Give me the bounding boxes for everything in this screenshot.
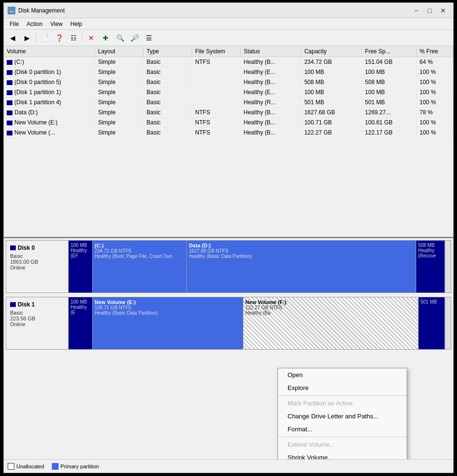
legend-bar: Unallocated Primary partition [4, 459, 453, 473]
window-controls: − □ ✕ [410, 5, 449, 16]
col-status[interactable]: Status [241, 46, 301, 57]
ctx-explore[interactable]: Explore [278, 381, 407, 394]
table-row[interactable]: (Disk 0 partition 5) Simple Basic Health… [4, 77, 453, 87]
menu-view[interactable]: View [47, 20, 67, 28]
disk-0-part-recov[interactable]: 508 MB Healthy (Recove [416, 241, 445, 293]
col-capacity[interactable]: Capacity [301, 46, 361, 57]
table-row[interactable]: (Disk 0 partition 1) Simple Basic Health… [4, 67, 453, 77]
table-row[interactable]: New Volume (... Simple Basic NTFS Health… [4, 128, 453, 138]
volume-table: Volume Layout Type File System Status Ca… [4, 46, 453, 138]
table-row[interactable]: (Disk 1 partition 1) Simple Basic Health… [4, 87, 453, 98]
disk-1-status: Online [10, 321, 64, 327]
ctx-shrink[interactable]: Shrink Volume... [278, 451, 407, 459]
disk-1-row: Disk 1 Basic 223.56 GB Online 100 MB Hea… [6, 297, 451, 350]
disk-0-part-1[interactable]: 100 MB Healthy (EF [69, 241, 93, 293]
legend-primary-label: Primary partition [60, 464, 99, 469]
menu-action[interactable]: Action [23, 20, 46, 28]
ctx-sep-2 [278, 437, 407, 437]
scroll-bar-2[interactable] [445, 297, 451, 349]
title-bar: Disk Management − □ ✕ [4, 3, 453, 18]
toolbar-separator-1 [36, 33, 36, 43]
disk-0-type: Basic [10, 253, 64, 259]
delete-button[interactable]: ✕ [84, 32, 98, 44]
forward-button[interactable]: ▶ [20, 32, 34, 44]
menu-help[interactable]: Help [67, 20, 86, 28]
disk-1-size: 223.56 GB [10, 316, 64, 321]
disk-1-part-4[interactable]: 501 MB [419, 297, 445, 349]
legend-primary-icon [52, 463, 59, 470]
properties-button[interactable]: 🔍 [113, 32, 127, 44]
toolbar-separator-2 [82, 33, 83, 43]
disk-0-part-c[interactable]: (C:) 234.72 GB NTFS Healthy (Boot, Page … [93, 241, 187, 293]
disk-1-type: Basic [10, 310, 64, 316]
toolbar: ◀ ▶ 📄 ❓ ☷ ✕ ✚ 🔍 🔎 ☰ [4, 30, 453, 46]
help-button[interactable]: ❓ [52, 32, 66, 44]
content-area: Volume Layout Type File System Status Ca… [4, 46, 453, 473]
col-filesystem[interactable]: File System [192, 46, 241, 57]
disk-1-name: Disk 1 [18, 301, 35, 308]
disk-0-row: Disk 0 Basic 1863.00 GB Online 100 MB He… [6, 240, 451, 293]
window-title: Disk Management [18, 7, 410, 14]
legend-primary: Primary partition [52, 463, 99, 470]
up-button[interactable]: 📄 [38, 32, 51, 44]
search-button[interactable]: 🔎 [128, 32, 141, 44]
expand-button[interactable]: ☰ [142, 32, 156, 44]
app-icon [8, 7, 15, 14]
disk-1-partitions: 100 MB Healthy (E New Volume (E:) 100.71… [69, 297, 451, 349]
disk-0-info: Disk 0 Basic 1863.00 GB Online [6, 241, 69, 293]
disk-0-name: Disk 0 [18, 244, 35, 251]
table-row[interactable]: New Volume (E:) Simple Basic NTFS Health… [4, 118, 453, 128]
table-row[interactable]: (Disk 1 partition 4) Simple Basic Health… [4, 98, 453, 108]
col-free[interactable]: Free Sp... [362, 46, 417, 57]
minimize-button[interactable]: − [410, 5, 422, 16]
menu-file[interactable]: File [6, 20, 23, 28]
ctx-open[interactable]: Open [278, 368, 407, 381]
disk-0-partitions: 100 MB Healthy (EF (C:) 234.72 GB NTFS H… [69, 241, 451, 293]
disk-1-part-e[interactable]: New Volume (E:) 100.71 GB NTFS Healthy (… [93, 297, 243, 349]
ctx-change-drive[interactable]: Change Drive Letter and Paths... [278, 410, 407, 423]
disk-1-part-1[interactable]: 100 MB Healthy (E [69, 297, 93, 349]
volume-table-section[interactable]: Volume Layout Type File System Status Ca… [4, 46, 453, 238]
add-button[interactable]: ✚ [99, 32, 112, 44]
svg-rect-2 [9, 11, 14, 12]
back-button[interactable]: ◀ [6, 32, 19, 44]
menu-bar: File Action View Help [4, 18, 453, 30]
legend-unalloc-icon [8, 463, 14, 470]
ctx-mark-active: Mark Partition as Active [278, 397, 407, 410]
main-window: Disk Management − □ ✕ File Action View H… [3, 2, 454, 473]
disk-1-info: Disk 1 Basic 223.56 GB Online [6, 297, 69, 349]
col-pct[interactable]: % Free [417, 46, 453, 57]
ctx-sep-1 [278, 395, 407, 396]
ctx-extend: Extend Volume... [278, 438, 407, 451]
legend-unallocated: Unallocated [8, 463, 44, 470]
disk-0-part-d[interactable]: Data (D:) 1627.68 GB NTFS Healthy (Basic… [187, 241, 416, 293]
legend-unalloc-label: Unallocated [16, 464, 44, 469]
disk-0-status: Online [10, 265, 64, 270]
disk-visual-section: Disk 0 Basic 1863.00 GB Online 100 MB He… [4, 238, 453, 459]
col-type[interactable]: Type [144, 46, 192, 57]
table-row[interactable]: Data (D:) Simple Basic NTFS Healthy (B..… [4, 108, 453, 118]
table-row[interactable]: (C:) Simple Basic NTFS Healthy (B... 234… [4, 57, 453, 67]
disk-1-part-f[interactable]: New Volume (F:) 122.27 GB NTFS Healthy (… [243, 297, 419, 349]
disk-0-size: 1863.00 GB [10, 259, 64, 265]
close-button[interactable]: ✕ [437, 5, 449, 16]
scroll-bar[interactable] [445, 241, 451, 293]
list-button[interactable]: ☷ [67, 32, 80, 44]
col-volume[interactable]: Volume [4, 46, 95, 57]
maximize-button[interactable]: □ [423, 5, 436, 16]
ctx-format[interactable]: Format... [278, 423, 407, 436]
context-menu: Open Explore Mark Partition as Active Ch… [277, 368, 407, 459]
col-layout[interactable]: Layout [95, 46, 144, 57]
